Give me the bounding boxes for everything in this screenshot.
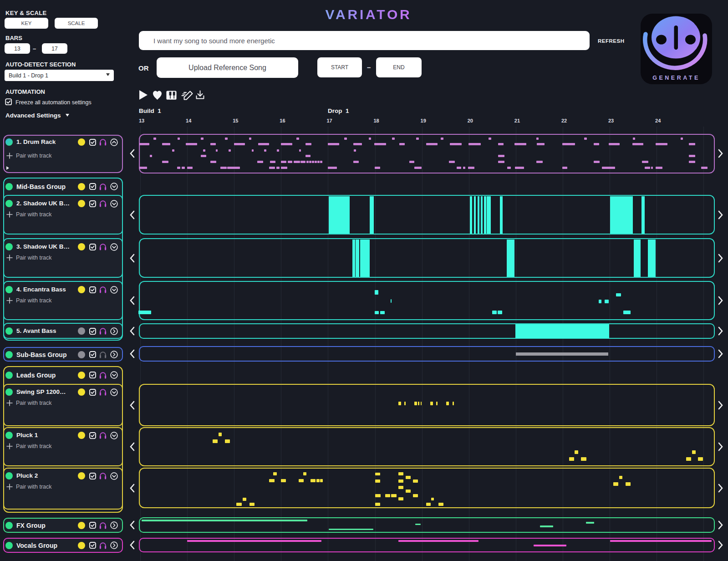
svg-text:GENERATE: GENERATE (652, 75, 700, 81)
